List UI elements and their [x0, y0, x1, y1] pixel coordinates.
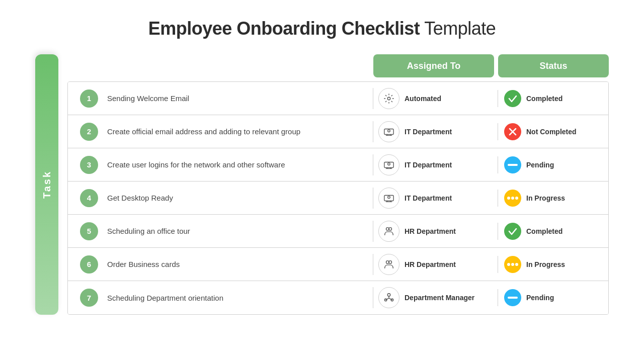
status-cell: Completed: [498, 90, 608, 107]
table-row: 6 Order Business cards HR Department In …: [68, 248, 608, 281]
assigned-cell: IT Department: [373, 154, 498, 175]
svg-point-17: [507, 263, 510, 266]
status-icon-completed: [504, 90, 521, 107]
assigned-icon: [378, 154, 399, 175]
svg-point-11: [511, 197, 514, 200]
status-cell: Not Completed: [498, 123, 608, 140]
status-icon-in-progress: [504, 190, 521, 207]
table-header: Assigned To Status: [67, 54, 609, 77]
status-icon-not-completed: [504, 123, 521, 140]
svg-point-6: [388, 162, 390, 165]
svg-point-16: [389, 260, 392, 263]
status-label: In Progress: [526, 260, 565, 268]
assigned-name: Automated: [405, 95, 441, 103]
task-name: Sending Welcome Email: [98, 94, 373, 103]
svg-point-15: [386, 260, 389, 263]
header-assigned-to: Assigned To: [373, 54, 494, 77]
assigned-name: HR Department: [405, 227, 456, 235]
task-tab: Task: [35, 54, 58, 315]
table-row: 3 Create user logins for the network and…: [68, 148, 608, 182]
table-row: 7 Scheduling Department orientation Depa…: [68, 281, 608, 314]
assigned-cell: IT Department: [373, 188, 498, 209]
assigned-cell: IT Department: [373, 121, 498, 142]
row-number: 3: [80, 156, 98, 174]
task-name: Create official email address and adding…: [98, 127, 373, 136]
row-number: 4: [80, 189, 98, 207]
table-area: Assigned To Status 1 Sending Welcome Ema…: [67, 54, 609, 315]
status-label: Pending: [526, 161, 554, 169]
status-cell: In Progress: [498, 190, 608, 207]
svg-point-13: [386, 227, 389, 230]
svg-point-2: [388, 129, 390, 132]
assigned-name: IT Department: [405, 128, 452, 136]
assigned-name: Department Manager: [405, 294, 474, 302]
assigned-icon: [378, 254, 399, 275]
status-icon-pending: [504, 156, 521, 173]
status-label: Pending: [526, 294, 554, 302]
row-number: 7: [80, 289, 98, 307]
task-name: Get Desktop Ready: [98, 194, 373, 202]
status-icon-completed: [504, 223, 521, 240]
status-cell: Pending: [498, 289, 608, 306]
task-name: Scheduling Department orientation: [98, 294, 373, 302]
assigned-name: IT Department: [405, 194, 452, 202]
svg-point-10: [507, 197, 510, 200]
table-row: 4 Get Desktop Ready IT Department In Pro…: [68, 182, 608, 215]
svg-point-18: [511, 263, 514, 266]
table-row: 5 Scheduling an office tour HR Departmen…: [68, 215, 608, 248]
status-cell: In Progress: [498, 256, 608, 273]
svg-point-14: [389, 227, 392, 230]
svg-point-9: [388, 196, 390, 198]
assigned-icon: [378, 287, 399, 308]
status-label: Completed: [526, 227, 562, 235]
table-row: 2 Create official email address and addi…: [68, 115, 608, 148]
status-label: Not Completed: [526, 128, 577, 136]
assigned-cell: HR Department: [373, 254, 498, 275]
assigned-name: HR Department: [405, 260, 456, 268]
assigned-icon: [378, 121, 399, 142]
task-name: Create user logins for the network and o…: [98, 160, 373, 169]
status-icon-pending: [504, 289, 521, 306]
header-status: Status: [498, 54, 609, 77]
assigned-cell: Automated: [373, 88, 498, 109]
assigned-icon: [378, 188, 399, 209]
svg-point-12: [515, 197, 518, 200]
assigned-icon: [378, 88, 399, 109]
status-cell: Pending: [498, 156, 608, 173]
svg-point-19: [515, 263, 518, 266]
status-icon-in-progress: [504, 256, 521, 273]
main-content: Task Assigned To Status 1 Sending Welcom…: [35, 54, 609, 315]
assigned-name: IT Department: [405, 161, 452, 169]
assigned-icon: [378, 221, 399, 242]
svg-point-0: [387, 97, 390, 100]
page-title: Employee Onboarding Checklist Template: [148, 18, 496, 39]
row-number: 1: [80, 89, 98, 108]
status-label: In Progress: [526, 194, 565, 202]
svg-rect-23: [508, 297, 518, 299]
svg-point-20: [387, 294, 390, 297]
task-name: Scheduling an office tour: [98, 227, 373, 235]
svg-rect-7: [508, 164, 518, 166]
assigned-cell: HR Department: [373, 221, 498, 242]
table-row: 1 Sending Welcome Email Automated Comple…: [68, 82, 608, 115]
row-number: 6: [80, 255, 98, 274]
status-label: Completed: [526, 95, 562, 103]
status-cell: Completed: [498, 223, 608, 240]
task-name: Order Business cards: [98, 260, 373, 268]
assigned-cell: Department Manager: [373, 287, 498, 308]
table-body: 1 Sending Welcome Email Automated Comple…: [67, 81, 609, 315]
row-number: 5: [80, 222, 98, 240]
row-number: 2: [80, 123, 98, 141]
